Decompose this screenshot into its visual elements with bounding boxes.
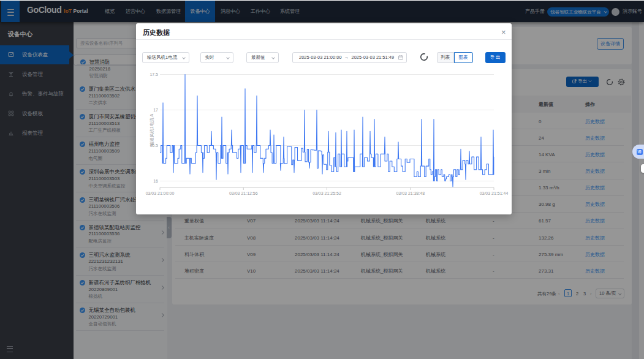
svg-text:03/03 21:00:00: 03/03 21:00:00 [146, 191, 175, 195]
svg-text:16: 16 [153, 179, 158, 183]
svg-text:03/03 21:51:44: 03/03 21:51:44 [480, 191, 509, 195]
svg-text:03/03 21:25:52: 03/03 21:25:52 [313, 191, 341, 195]
svg-text:03/03 21:38:48: 03/03 21:38:48 [396, 191, 425, 195]
svg-text:17: 17 [153, 108, 158, 112]
svg-text:输送风机1电流 A: 输送风机1电流 A [150, 113, 154, 146]
svg-text:03/03 21:12:56: 03/03 21:12:56 [229, 191, 258, 195]
svg-text:17.5: 17.5 [150, 72, 158, 77]
